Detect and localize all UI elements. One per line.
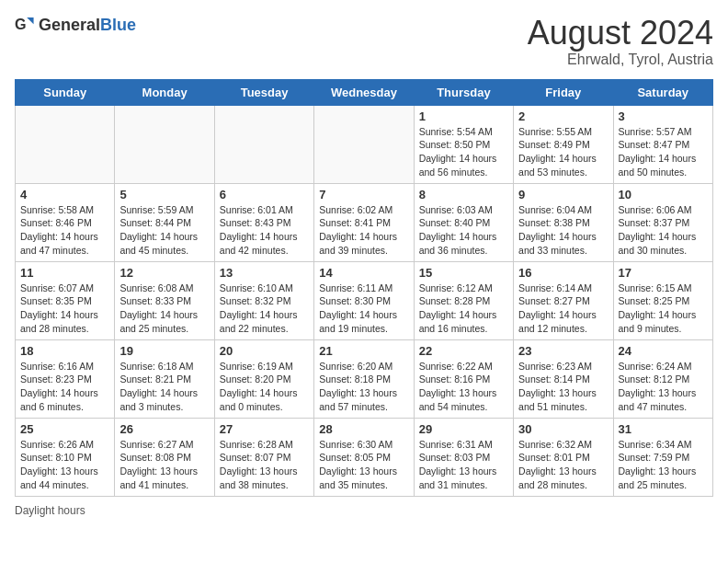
calendar-cell: 25Sunrise: 6:26 AMSunset: 8:10 PMDayligh… [16,418,115,496]
day-info: Sunrise: 6:07 AMSunset: 8:35 PMDaylight:… [20,282,109,336]
day-info: Sunrise: 6:30 AMSunset: 8:05 PMDaylight:… [319,438,408,492]
calendar-cell: 8Sunrise: 6:03 AMSunset: 8:40 PMDaylight… [414,183,513,261]
day-info: Sunrise: 6:23 AMSunset: 8:14 PMDaylight:… [518,360,608,414]
day-header-sunday: Sunday [16,79,115,105]
day-number: 23 [518,344,608,358]
day-number: 17 [619,266,708,280]
day-number: 11 [20,266,109,280]
svg-marker-1 [27,17,33,24]
day-number: 30 [518,422,608,436]
day-info: Sunrise: 6:16 AMSunset: 8:23 PMDaylight:… [20,360,109,414]
calendar-cell: 23Sunrise: 6:23 AMSunset: 8:14 PMDayligh… [514,339,613,418]
calendar-cell: 14Sunrise: 6:11 AMSunset: 8:30 PMDayligh… [314,261,414,339]
day-number: 19 [119,344,209,358]
calendar-cell: 31Sunrise: 6:34 AMSunset: 7:59 PMDayligh… [613,418,712,496]
footer-note: Daylight hours [15,504,713,517]
calendar-cell: 12Sunrise: 6:08 AMSunset: 8:33 PMDayligh… [115,261,214,339]
calendar-cell: 6Sunrise: 6:01 AMSunset: 8:43 PMDaylight… [214,183,313,261]
calendar-cell: 17Sunrise: 6:15 AMSunset: 8:25 PMDayligh… [613,261,712,339]
page-subtitle: Ehrwald, Tyrol, Austria [528,52,713,68]
day-info: Sunrise: 6:22 AMSunset: 8:16 PMDaylight:… [419,360,508,414]
day-info: Sunrise: 6:06 AMSunset: 8:37 PMDaylight:… [619,203,708,258]
day-number: 22 [419,344,508,358]
day-number: 16 [518,266,608,280]
day-number: 7 [319,188,408,201]
day-info: Sunrise: 6:15 AMSunset: 8:25 PMDaylight:… [619,282,708,336]
calendar-cell: 21Sunrise: 6:20 AMSunset: 8:18 PMDayligh… [314,339,414,418]
day-number: 4 [20,188,109,201]
day-number: 18 [20,344,109,358]
day-number: 9 [518,188,608,201]
calendar-cell: 30Sunrise: 6:32 AMSunset: 8:01 PMDayligh… [514,418,613,496]
calendar-cell: 18Sunrise: 6:16 AMSunset: 8:23 PMDayligh… [16,339,115,418]
day-number: 24 [619,344,708,358]
day-info: Sunrise: 6:32 AMSunset: 8:01 PMDaylight:… [518,438,608,492]
calendar-cell: 20Sunrise: 6:19 AMSunset: 8:20 PMDayligh… [214,339,313,418]
day-header-thursday: Thursday [414,79,513,105]
calendar-cell: 24Sunrise: 6:24 AMSunset: 8:12 PMDayligh… [613,339,712,418]
day-info: Sunrise: 6:31 AMSunset: 8:03 PMDaylight:… [419,438,508,492]
calendar-cell: 7Sunrise: 6:02 AMSunset: 8:41 PMDaylight… [314,183,414,261]
logo: G GeneralBlue [15,15,136,35]
calendar-cell: 16Sunrise: 6:14 AMSunset: 8:27 PMDayligh… [514,261,613,339]
calendar-cell [16,105,115,183]
day-info: Sunrise: 6:01 AMSunset: 8:43 PMDaylight:… [220,203,309,258]
calendar-cell: 5Sunrise: 5:59 AMSunset: 8:44 PMDaylight… [115,183,214,261]
day-info: Sunrise: 5:59 AMSunset: 8:44 PMDaylight:… [119,203,209,258]
calendar-cell: 11Sunrise: 6:07 AMSunset: 8:35 PMDayligh… [16,261,115,339]
calendar-cell: 1Sunrise: 5:54 AMSunset: 8:50 PMDaylight… [414,105,513,183]
calendar-cell: 9Sunrise: 6:04 AMSunset: 8:38 PMDaylight… [514,183,613,261]
day-number: 20 [220,344,309,358]
day-number: 10 [619,188,708,201]
day-info: Sunrise: 6:10 AMSunset: 8:32 PMDaylight:… [220,282,309,336]
logo-general: General [39,16,100,34]
day-info: Sunrise: 6:12 AMSunset: 8:28 PMDaylight:… [419,282,508,336]
calendar-cell: 22Sunrise: 6:22 AMSunset: 8:16 PMDayligh… [414,339,513,418]
day-info: Sunrise: 6:24 AMSunset: 8:12 PMDaylight:… [619,360,708,414]
day-header-tuesday: Tuesday [214,79,313,105]
day-number: 26 [119,422,209,436]
day-number: 8 [419,188,508,201]
calendar-cell: 28Sunrise: 6:30 AMSunset: 8:05 PMDayligh… [314,418,414,496]
day-header-wednesday: Wednesday [314,79,414,105]
day-number: 28 [319,422,408,436]
calendar-cell: 13Sunrise: 6:10 AMSunset: 8:32 PMDayligh… [214,261,313,339]
day-number: 29 [419,422,508,436]
day-info: Sunrise: 6:34 AMSunset: 7:59 PMDaylight:… [619,438,708,492]
logo-icon: G [15,15,35,35]
logo-blue: Blue [100,16,136,34]
day-number: 31 [619,422,708,436]
day-info: Sunrise: 5:54 AMSunset: 8:50 PMDaylight:… [419,125,508,179]
day-info: Sunrise: 6:18 AMSunset: 8:21 PMDaylight:… [119,360,209,414]
day-info: Sunrise: 6:04 AMSunset: 8:38 PMDaylight:… [518,203,608,258]
day-number: 3 [619,109,708,123]
calendar-cell: 26Sunrise: 6:27 AMSunset: 8:08 PMDayligh… [115,418,214,496]
day-info: Sunrise: 6:20 AMSunset: 8:18 PMDaylight:… [319,360,408,414]
calendar-cell: 4Sunrise: 5:58 AMSunset: 8:46 PMDaylight… [16,183,115,261]
day-info: Sunrise: 6:08 AMSunset: 8:33 PMDaylight:… [119,282,209,336]
day-info: Sunrise: 6:19 AMSunset: 8:20 PMDaylight:… [220,360,309,414]
day-header-monday: Monday [115,79,214,105]
calendar-cell: 15Sunrise: 6:12 AMSunset: 8:28 PMDayligh… [414,261,513,339]
day-info: Sunrise: 5:57 AMSunset: 8:47 PMDaylight:… [619,125,708,179]
day-number: 13 [220,266,309,280]
day-number: 27 [220,422,309,436]
day-number: 15 [419,266,508,280]
title-area: August 2024 Ehrwald, Tyrol, Austria [528,15,713,68]
day-info: Sunrise: 5:55 AMSunset: 8:49 PMDaylight:… [518,125,608,179]
day-info: Sunrise: 5:58 AMSunset: 8:46 PMDaylight:… [20,203,109,258]
day-info: Sunrise: 6:11 AMSunset: 8:30 PMDaylight:… [319,282,408,336]
day-number: 5 [119,188,209,201]
calendar-table: SundayMondayTuesdayWednesdayThursdayFrid… [15,79,713,497]
calendar-cell: 10Sunrise: 6:06 AMSunset: 8:37 PMDayligh… [613,183,712,261]
calendar-cell: 29Sunrise: 6:31 AMSunset: 8:03 PMDayligh… [414,418,513,496]
day-number: 25 [20,422,109,436]
day-number: 2 [518,109,608,123]
calendar-cell [115,105,214,183]
day-header-friday: Friday [514,79,613,105]
calendar-cell: 2Sunrise: 5:55 AMSunset: 8:49 PMDaylight… [514,105,613,183]
day-info: Sunrise: 6:03 AMSunset: 8:40 PMDaylight:… [419,203,508,258]
day-info: Sunrise: 6:28 AMSunset: 8:07 PMDaylight:… [220,438,309,492]
calendar-cell [314,105,414,183]
page-header: G GeneralBlue August 2024 Ehrwald, Tyrol… [15,15,713,68]
